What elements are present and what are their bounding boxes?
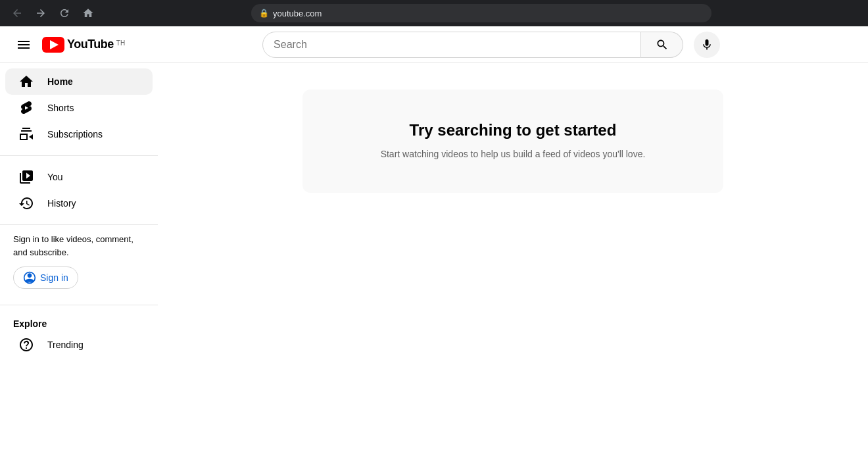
sidebar-item-trending[interactable]: Trending	[5, 332, 153, 358]
url-text: youtube.com	[273, 9, 322, 18]
sidebar-you-label: You	[47, 172, 63, 182]
hamburger-button[interactable]	[11, 32, 37, 58]
youtube-logo[interactable]: YouTube TH	[42, 37, 125, 53]
sidebar-history-label: History	[47, 198, 76, 209]
sign-in-button[interactable]: Sign in	[13, 266, 78, 289]
search-form	[262, 32, 683, 58]
sidebar-item-you[interactable]: You	[5, 164, 153, 190]
empty-state-subtitle: Start watching videos to help us build a…	[342, 147, 684, 161]
app-body: Home Shorts Subscriptions	[0, 63, 868, 456]
sign-in-avatar-icon	[23, 271, 36, 284]
shorts-icon	[18, 100, 34, 116]
sidebar-item-history[interactable]: History	[5, 190, 153, 216]
search-area	[125, 32, 857, 58]
sidebar-shorts-label: Shorts	[47, 103, 74, 113]
youtube-logo-text: YouTube	[67, 38, 114, 51]
explore-heading: Explore	[0, 313, 158, 332]
sidebar-divider-1	[0, 155, 158, 156]
lock-icon: 🔒	[259, 9, 269, 18]
forward-button[interactable]	[32, 4, 50, 22]
address-bar[interactable]: 🔒 youtube.com	[251, 4, 711, 22]
search-button[interactable]	[641, 32, 683, 58]
subscriptions-icon	[18, 126, 34, 142]
empty-state-card: Try searching to get started Start watch…	[302, 89, 723, 193]
history-icon	[18, 195, 34, 211]
sidebar-subscriptions-label: Subscriptions	[47, 129, 103, 139]
sidebar-item-shorts[interactable]: Shorts	[5, 95, 153, 121]
you-icon	[18, 169, 34, 185]
reload-button[interactable]	[55, 4, 74, 22]
main-content: Try searching to get started Start watch…	[158, 63, 868, 456]
browser-chrome: 🔒 youtube.com	[0, 0, 868, 26]
home-icon	[18, 74, 34, 89]
sidebar: Home Shorts Subscriptions	[0, 63, 158, 456]
youtube-logo-icon	[42, 37, 64, 53]
sidebar-divider-3	[0, 305, 158, 305]
back-button[interactable]	[8, 4, 26, 22]
sidebar-item-home[interactable]: Home	[5, 68, 153, 95]
youtube-app: YouTube TH	[0, 26, 868, 456]
voice-search-button[interactable]	[694, 32, 720, 58]
sidebar-divider-2	[0, 224, 158, 225]
sign-in-description: Sign in to like videos, comment, and sub…	[13, 233, 145, 259]
header: YouTube TH	[0, 26, 868, 63]
home-button[interactable]	[79, 4, 97, 22]
sidebar-home-label: Home	[47, 76, 73, 87]
sign-in-btn-label: Sign in	[40, 272, 68, 283]
youtube-country-code: TH	[116, 39, 125, 47]
empty-state-title: Try searching to get started	[342, 121, 684, 139]
trending-icon	[18, 337, 34, 353]
sign-in-section: Sign in to like videos, comment, and sub…	[0, 233, 158, 297]
sidebar-trending-label: Trending	[47, 340, 84, 350]
sidebar-item-subscriptions[interactable]: Subscriptions	[5, 121, 153, 147]
search-input-wrapper	[262, 32, 641, 58]
search-input[interactable]	[274, 39, 630, 51]
